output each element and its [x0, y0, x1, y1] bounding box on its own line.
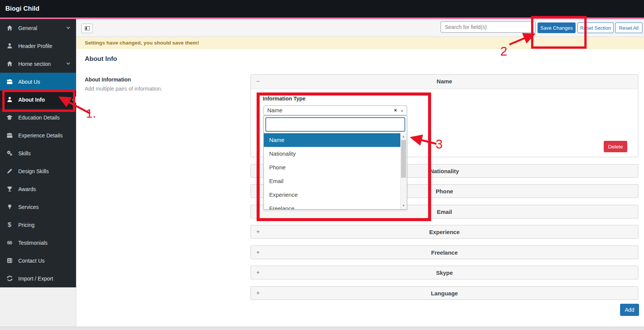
dropdown-option-email[interactable]: Email: [264, 174, 395, 188]
sidebar-item-design-skills[interactable]: Design Skills: [0, 162, 76, 180]
dropdown-option-phone[interactable]: Phone: [264, 161, 395, 174]
page-title: About Info: [85, 55, 117, 63]
sidebar-item-awards[interactable]: Awards: [0, 180, 76, 198]
information-type-label: Information Type: [263, 96, 306, 102]
chevron-down-icon: [66, 61, 71, 67]
sidebar-item-label: Services: [18, 204, 39, 210]
sidebar-item-label: Contact Us: [18, 258, 44, 264]
delete-button[interactable]: Delete: [604, 141, 627, 152]
user-icon: [6, 96, 13, 104]
site-title: Biogi Child: [5, 0, 40, 18]
dropdown-option-freelance[interactable]: Freelance: [264, 202, 395, 209]
sidebar-item-pricing[interactable]: $ Pricing: [0, 216, 76, 234]
accordion-title: Skype: [251, 266, 638, 279]
accordion-panel-language[interactable]: + Language: [251, 286, 638, 300]
caret-up-icon: ▲: [400, 106, 404, 115]
sidebar-item-label: Awards: [18, 186, 36, 192]
sidebar-item-about-us[interactable]: About Us: [0, 73, 76, 91]
sidebar-item-label: About Info: [18, 97, 45, 103]
trophy-icon: [6, 185, 13, 193]
sidebar-item-education-details[interactable]: Education Details: [0, 108, 76, 126]
app-window: Biogi Child General Header Profile Home …: [0, 0, 644, 330]
gears-icon: [6, 150, 13, 157]
sidebar-item-about-info[interactable]: About Info: [0, 91, 76, 108]
annotation-number-1: 1.: [86, 107, 96, 121]
field-group-label: About Information: [85, 77, 131, 83]
current-item-arrow-icon: [72, 96, 76, 103]
save-changes-button[interactable]: Save Changes: [538, 22, 576, 33]
accordion-panel-skype[interactable]: + Skype: [251, 266, 638, 279]
clear-selection-icon[interactable]: ×: [394, 106, 397, 115]
user-icon: [6, 42, 13, 50]
select-dropdown-panel: Name Nationality Phone Email Experience …: [263, 115, 407, 210]
accordion-title: Freelance: [251, 246, 638, 259]
sync-icon: [6, 275, 13, 282]
accordion-title: Name: [251, 75, 638, 88]
dollar-icon: $: [6, 221, 13, 229]
accordion-panel-freelance[interactable]: + Freelance: [251, 246, 638, 259]
reset-all-button[interactable]: Reset All: [615, 22, 642, 33]
sidebar-item-general[interactable]: General: [0, 19, 76, 37]
selected-value: Name: [267, 106, 282, 115]
sidebar-item-label: General: [18, 25, 37, 31]
sidebar-item-label: About Us: [18, 79, 40, 85]
quote-icon: 66: [6, 239, 13, 247]
sidebar-item-label: Header Profile: [18, 43, 52, 49]
scrollbar-down-icon[interactable]: ▼: [401, 203, 406, 209]
home-icon: [6, 24, 13, 32]
dropdown-option-list: Name Nationality Phone Email Experience …: [264, 133, 407, 209]
information-type-select[interactable]: Name × ▲: [263, 105, 407, 115]
sidebar-item-label: Testimonials: [18, 240, 48, 246]
briefcase-icon: [6, 132, 13, 139]
briefcase-icon: [6, 78, 13, 86]
sidebar-item-header-profile[interactable]: Header Profile: [0, 37, 76, 55]
scrollbar-up-icon[interactable]: ▲: [401, 134, 406, 139]
chevron-down-icon: [66, 25, 71, 31]
accordion-title: Language: [251, 287, 638, 300]
notice-text: Settings have changed, you should save t…: [85, 37, 199, 49]
reset-section-button[interactable]: Reset Section: [577, 22, 614, 33]
sidebar-item-skills[interactable]: Skills: [0, 144, 76, 162]
contact-card-icon: [6, 257, 13, 265]
lightbulb-icon: [6, 203, 13, 211]
main-content: About Info About Information Add multipl…: [76, 49, 644, 327]
dropdown-search-input[interactable]: [265, 117, 405, 132]
sidebar-item-label: Experience Details: [18, 132, 63, 139]
sidebar-item-import-export[interactable]: Import / Export: [0, 269, 76, 287]
search-input[interactable]: [441, 21, 536, 33]
sidebar-item-label: Import / Export: [18, 276, 53, 282]
sidebar-item-experience-details[interactable]: Experience Details: [0, 126, 76, 144]
sidebar-item-label: Education Details: [18, 115, 60, 121]
sidebar-item-contact-us[interactable]: Contact Us: [0, 252, 76, 269]
dropdown-option-name[interactable]: Name: [264, 133, 401, 147]
sidebar-item-label: Pricing: [18, 222, 35, 228]
panel-layout-icon: [85, 26, 90, 30]
top-admin-bar: Biogi Child: [0, 0, 644, 18]
accordion-title: Experience: [251, 225, 638, 239]
annotation-number-3: 3: [436, 137, 443, 151]
dropdown-option-experience[interactable]: Experience: [264, 188, 395, 202]
sidebar-menu: General Header Profile Home section Abou…: [0, 19, 76, 287]
add-button[interactable]: Add: [620, 304, 639, 316]
pencil-icon: [6, 167, 13, 175]
sidebar-item-label: Home section: [18, 61, 51, 67]
scrollbar-thumb[interactable]: [401, 140, 406, 178]
dropdown-scrollbar[interactable]: ▲ ▼: [400, 133, 406, 209]
sidebar-item-services[interactable]: Services: [0, 198, 76, 216]
sidebar-item-testimonials[interactable]: 66 Testimonials: [0, 234, 76, 252]
expand-options-button[interactable]: [81, 24, 93, 33]
graduation-cap-icon: [6, 114, 13, 121]
sidebar-item-home-section[interactable]: Home section: [0, 55, 76, 73]
options-toolbar: Save Changes Reset Section Reset All: [76, 19, 644, 37]
accordion-header-name[interactable]: − Name: [251, 75, 638, 89]
accordion-panel-experience[interactable]: + Experience: [251, 225, 638, 239]
footer-bar: [0, 327, 644, 330]
dropdown-option-nationality[interactable]: Nationality: [264, 147, 395, 161]
field-group-description: Add multiple pairs of information.: [85, 86, 162, 92]
annotation-number-2: 2: [500, 44, 507, 59]
sidebar-item-label: Design Skills: [18, 168, 49, 174]
unsaved-changes-notice: Settings have changed, you should save t…: [76, 37, 644, 49]
sidebar-item-label: Skills: [18, 150, 31, 156]
home-icon: [6, 60, 13, 68]
